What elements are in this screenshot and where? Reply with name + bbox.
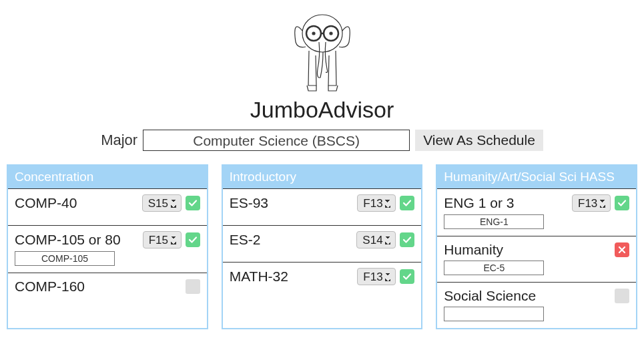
term-select[interactable]: S15	[142, 194, 182, 212]
x-icon	[615, 242, 629, 257]
requirement-row: ENG 1 or 3F13	[437, 188, 636, 236]
elephant-logo-icon	[279, 5, 366, 96]
major-select[interactable]: Computer Science (BSCS)	[143, 130, 410, 151]
requirement-name: COMP-160	[15, 279, 85, 295]
term-select[interactable]: F13	[357, 268, 396, 285]
row-controls: F13	[357, 194, 414, 212]
row-controls: F13	[572, 194, 629, 212]
requirement-row: Social Science	[437, 282, 636, 328]
requirement-name: ENG 1 or 3	[444, 195, 514, 211]
requirement-name: COMP-40	[15, 195, 77, 211]
svg-point-5	[330, 32, 332, 35]
requirement-name: ES-2	[230, 232, 261, 248]
column-header: Concentration	[8, 166, 207, 188]
row-controls	[615, 242, 629, 257]
requirement-name: COMP-105 or 80	[15, 232, 121, 248]
requirement-row: COMP-40S15	[8, 188, 207, 225]
requirement-name: MATH-32	[230, 269, 288, 285]
term-select[interactable]: F13	[572, 194, 611, 212]
column: ConcentrationCOMP-40S15COMP-105 or 80F15…	[7, 164, 208, 329]
requirement-row: ES-93F13	[223, 188, 422, 225]
svg-point-4	[312, 32, 315, 35]
column-header: Introductory	[223, 166, 422, 188]
check-icon	[400, 196, 414, 210]
term-select[interactable]: F15	[143, 231, 182, 248]
course-sub-input[interactable]	[444, 261, 544, 275]
term-select[interactable]: F13	[357, 194, 396, 212]
empty-status-icon	[186, 279, 200, 294]
column-header: Humanity/Art/Social Sci HASS	[437, 166, 636, 188]
row-controls: S14	[356, 231, 414, 248]
row-controls: F13	[357, 268, 414, 285]
view-schedule-button[interactable]: View As Schedule	[415, 130, 543, 151]
check-icon	[186, 232, 200, 247]
row-controls: S15	[142, 194, 200, 212]
term-select[interactable]: S14	[356, 231, 396, 248]
row-controls: F15	[143, 231, 200, 248]
check-icon	[615, 196, 629, 210]
column: Humanity/Art/Social Sci HASSENG 1 or 3F1…	[436, 164, 637, 329]
page-title: JumboAdvisor	[0, 97, 644, 123]
check-icon	[400, 269, 414, 284]
requirement-row: MATH-32F13	[223, 262, 422, 299]
course-sub-input[interactable]	[15, 251, 115, 266]
row-controls	[186, 279, 200, 294]
row-controls	[615, 289, 629, 303]
requirement-name: Social Science	[444, 288, 536, 304]
columns-container: ConcentrationCOMP-40S15COMP-105 or 80F15…	[0, 164, 644, 329]
requirement-row: COMP-160	[8, 273, 207, 309]
empty-status-icon	[615, 289, 629, 303]
requirement-name: Humanity	[444, 242, 503, 258]
requirement-row: Humanity	[437, 236, 636, 282]
course-sub-input[interactable]	[444, 214, 544, 229]
header: JumboAdvisor Major Computer Science (BSC…	[0, 0, 644, 151]
logo	[279, 5, 366, 96]
major-row: Major Computer Science (BSCS) View As Sc…	[0, 130, 644, 151]
course-sub-input[interactable]	[444, 307, 544, 321]
requirement-row: COMP-105 or 80F15	[8, 225, 207, 273]
requirement-row: ES-2S14	[223, 225, 422, 262]
check-icon	[400, 232, 414, 247]
check-icon	[186, 196, 200, 210]
requirement-name: ES-93	[230, 195, 268, 211]
major-label: Major	[101, 132, 137, 149]
column: IntroductoryES-93F13ES-2S14MATH-32F13	[222, 164, 423, 329]
